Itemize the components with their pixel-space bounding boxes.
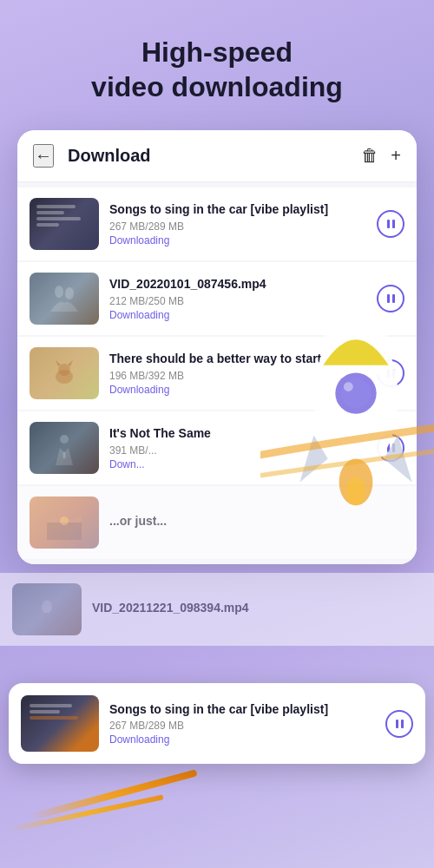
pause-icon: [387, 444, 395, 452]
thumbnail: [30, 347, 99, 399]
header-actions: 🗑 +: [361, 146, 401, 166]
list-item: It's Not The Same 391 MB/... Down...: [17, 411, 417, 484]
partial-list-item: VID_20211221_098394.mp4: [0, 573, 434, 646]
svg-marker-4: [56, 360, 61, 366]
thumbnail: [30, 422, 99, 474]
page-header: High-speed video downloading: [0, 0, 434, 122]
thumb-silhouette: [47, 281, 82, 316]
item-title: VID_20220101_087456.mp4: [109, 276, 366, 292]
item-info: Songs to sing in the car [vibe playlist]…: [109, 201, 366, 246]
pause-icon: [387, 294, 395, 303]
pause-button[interactable]: [377, 285, 404, 312]
back-button[interactable]: ←: [33, 144, 54, 168]
svg-point-1: [65, 287, 74, 299]
item-info: ...or just...: [109, 513, 404, 531]
svg-point-0: [55, 286, 63, 298]
thumbnail: [30, 496, 99, 549]
delete-button[interactable]: 🗑: [361, 146, 378, 166]
thumb-cat: [47, 356, 82, 391]
svg-point-6: [60, 435, 69, 444]
list-item: ...or just...: [17, 486, 417, 559]
item-info: VID_20220101_087456.mp4 212 MB/250 MB Do…: [109, 276, 366, 320]
floating-pause-button[interactable]: [385, 710, 413, 738]
item-size: 196 MB/392 MB: [109, 370, 366, 382]
pause-button[interactable]: [377, 210, 404, 238]
item-title: It's Not The Same: [109, 425, 366, 441]
partial-item-info: VID_20211221_098394.mp4: [92, 600, 422, 618]
pause-icon: [387, 220, 395, 228]
floating-thumbnail: [21, 695, 99, 752]
svg-point-3: [58, 364, 70, 376]
thumb-person: [47, 431, 82, 465]
item-status: Down...: [109, 458, 366, 470]
floating-title: Songs to sing in the car [vibe playlist]: [109, 701, 375, 717]
add-button[interactable]: +: [391, 146, 401, 166]
item-size: 267 MB/289 MB: [109, 220, 366, 233]
pause-button[interactable]: [377, 359, 404, 387]
item-info: There should be a better way to start a …: [109, 351, 366, 395]
pause-icon: [396, 720, 404, 728]
page-title: High-speed video downloading: [0, 0, 434, 122]
floating-info: Songs to sing in the car [vibe playlist]…: [109, 701, 375, 746]
partial-item-title: VID_20211221_098394.mp4: [92, 600, 422, 615]
floating-size: 267 MB/289 MB: [109, 720, 375, 732]
svg-point-9: [60, 516, 69, 525]
streak-decoration: [28, 769, 197, 820]
item-status: Downloading: [109, 309, 366, 321]
pause-icon: [387, 369, 395, 378]
svg-point-17: [42, 601, 52, 614]
item-title: There should be a better way to start a …: [109, 351, 366, 366]
floating-download-card: Songs to sing in the car [vibe playlist]…: [9, 683, 425, 764]
item-size: 391 MB/...: [109, 444, 366, 457]
partial-thumb-icon: [34, 596, 60, 622]
item-size: 212 MB/250 MB: [109, 295, 366, 307]
item-status: Downloading: [109, 384, 366, 396]
item-info: It's Not The Same 391 MB/... Down...: [109, 425, 366, 470]
list-item: Songs to sing in the car [vibe playlist]…: [17, 187, 417, 260]
list-item: There should be a better way to start a …: [17, 337, 417, 410]
thumbnail: [30, 198, 99, 250]
download-card: ← Download 🗑 + Songs to sing in the car …: [17, 130, 417, 564]
svg-marker-5: [68, 360, 73, 366]
list-item: VID_20220101_087456.mp4 212 MB/250 MB Do…: [17, 262, 417, 335]
item-title: ...or just...: [109, 513, 404, 529]
thumbnail: [30, 273, 99, 325]
download-list: Songs to sing in the car [vibe playlist]…: [17, 182, 417, 564]
item-status: Downloading: [109, 234, 366, 247]
card-title: Download: [68, 146, 151, 166]
card-header: ← Download 🗑 +: [17, 130, 417, 182]
floating-status: Downloading: [109, 733, 375, 746]
item-title: Songs to sing in the car [vibe playlist]: [109, 201, 366, 217]
thumb-sunset: [47, 505, 82, 540]
partial-thumbnail: [12, 583, 82, 635]
pause-button[interactable]: [377, 434, 404, 462]
